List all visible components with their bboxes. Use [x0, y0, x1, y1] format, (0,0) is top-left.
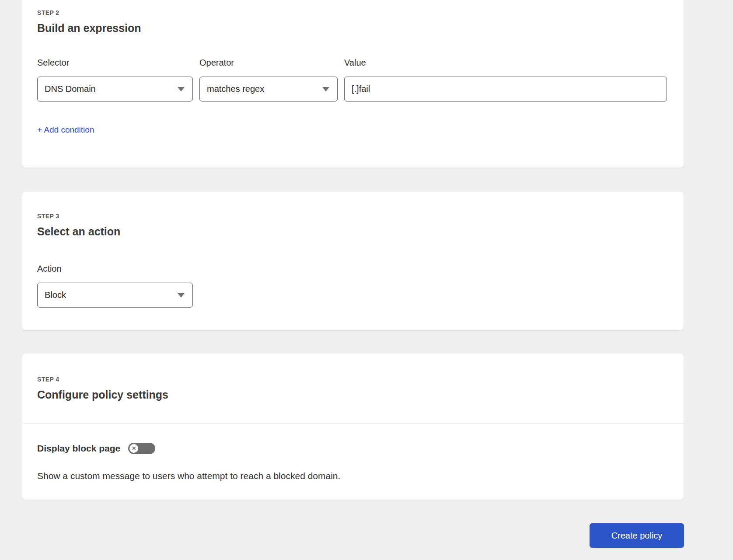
step2-title: Build an expression — [37, 21, 667, 35]
create-policy-button[interactable]: Create policy — [590, 523, 684, 548]
selector-field: Selector DNS Domain — [37, 58, 193, 102]
operator-dropdown-value: matches regex — [207, 84, 264, 94]
step2-card: STEP 2 Build an expression Selector DNS … — [22, 0, 684, 168]
step3-title: Select an action — [37, 224, 667, 238]
step4-title: Configure policy settings — [37, 388, 667, 402]
policy-settings-section: Display block page ✕ Show a custom messa… — [22, 424, 684, 482]
selector-label: Selector — [37, 58, 193, 67]
step3-card: STEP 3 Select an action Action Block — [22, 192, 684, 330]
action-label: Action — [37, 264, 193, 273]
expression-row: Selector DNS Domain Operator matches reg… — [37, 58, 667, 102]
display-block-page-description: Show a custom message to users who attem… — [37, 470, 667, 482]
operator-label: Operator — [199, 58, 338, 67]
step4-card: STEP 4 Configure policy settings Display… — [22, 354, 684, 500]
step4-header-section: STEP 4 Configure policy settings — [22, 354, 684, 424]
chevron-down-icon — [178, 293, 185, 298]
action-dropdown-value: Block — [45, 290, 66, 300]
operator-field: Operator matches regex — [199, 58, 338, 102]
display-block-page-row: Display block page ✕ — [37, 443, 667, 454]
step2-label: STEP 2 — [37, 9, 667, 17]
step3-label: STEP 3 — [37, 212, 667, 220]
add-condition-link[interactable]: + Add condition — [37, 125, 94, 135]
chevron-down-icon — [322, 87, 329, 91]
operator-dropdown[interactable]: matches regex — [199, 77, 338, 102]
selector-dropdown-value: DNS Domain — [45, 84, 96, 94]
step4-label: STEP 4 — [37, 375, 667, 383]
value-label: Value — [344, 58, 667, 67]
display-block-page-label: Display block page — [37, 443, 120, 454]
chevron-down-icon — [178, 87, 185, 91]
policy-builder-page: STEP 2 Build an expression Selector DNS … — [0, 0, 733, 560]
action-field: Action Block — [37, 264, 193, 308]
display-block-page-toggle[interactable]: ✕ — [128, 443, 155, 454]
action-dropdown[interactable]: Block — [37, 283, 193, 308]
toggle-knob: ✕ — [129, 444, 138, 453]
toggle-off-x-icon: ✕ — [132, 446, 136, 451]
value-field: Value — [344, 58, 667, 102]
value-input[interactable] — [344, 77, 667, 102]
selector-dropdown[interactable]: DNS Domain — [37, 77, 193, 102]
